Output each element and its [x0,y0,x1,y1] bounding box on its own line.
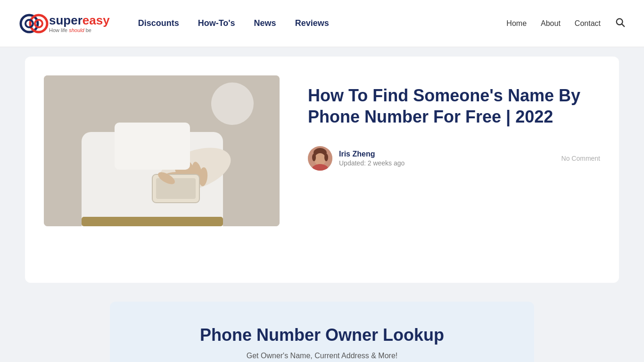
header-right: Home About Contact [506,17,625,30]
lookup-title: Phone Number Owner Lookup [129,325,515,345]
no-comment: No Comment [561,155,600,162]
svg-point-7 [211,82,254,125]
logo-super: super [49,14,83,26]
header-left: super easy How life should be Discounts … [19,8,329,39]
lookup-section: Phone Number Owner Lookup Get Owner's Na… [16,292,628,362]
svg-rect-18 [115,123,190,170]
logo[interactable]: super easy How life should be [19,8,110,39]
search-icon[interactable] [615,17,625,30]
logo-icon [19,8,49,39]
nav-discounts[interactable]: Discounts [138,18,179,28]
article-card: How To Find Someone's Name By Phone Numb… [25,57,619,283]
nav-home[interactable]: Home [506,19,527,28]
main-content: How To Find Someone's Name By Phone Numb… [16,47,628,292]
article-image [44,75,280,226]
nav-contact[interactable]: Contact [575,19,601,28]
logo-easy: easy [83,14,110,26]
author-row: Iris Zheng Updated: 2 weeks ago No Comme… [308,146,600,171]
svg-point-22 [314,153,326,165]
logo-tagline: How life should be [49,27,110,33]
primary-nav: Discounts How-To's News Reviews [138,18,329,28]
nav-news[interactable]: News [254,18,276,28]
svg-point-25 [324,154,328,161]
nav-howtos[interactable]: How-To's [198,18,235,28]
nav-reviews[interactable]: Reviews [295,18,329,28]
article-info: How To Find Someone's Name By Phone Numb… [308,75,600,171]
svg-rect-19 [82,217,223,226]
svg-point-4 [617,19,623,25]
author-updated: Updated: 2 weeks ago [339,159,405,167]
author-details: Iris Zheng Updated: 2 weeks ago [339,150,405,167]
svg-point-24 [312,154,316,161]
author-info: Iris Zheng Updated: 2 weeks ago [308,146,405,171]
lookup-card: Phone Number Owner Lookup Get Owner's Na… [110,302,534,362]
author-name: Iris Zheng [339,150,405,158]
article-title: How To Find Someone's Name By Phone Numb… [308,85,600,127]
lookup-subtitle: Get Owner's Name, Current Address & More… [129,352,515,360]
svg-line-5 [622,25,625,27]
logo-text: super easy How life should be [49,14,110,33]
avatar [308,146,332,171]
site-header: super easy How life should be Discounts … [0,0,644,47]
svg-rect-16 [156,178,196,199]
article-illustration [44,75,280,226]
avatar-image [308,146,332,171]
nav-about[interactable]: About [541,19,561,28]
